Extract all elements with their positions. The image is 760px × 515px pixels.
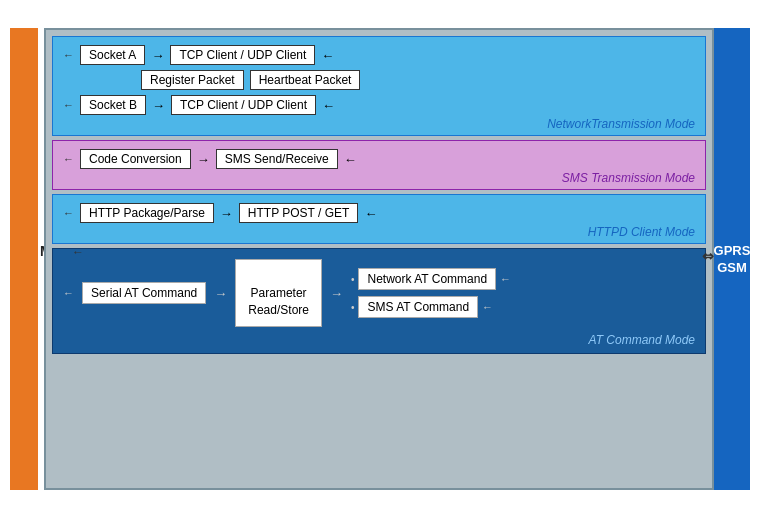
sms-at-box: SMS AT Command xyxy=(358,296,478,318)
dash-left-http: ← xyxy=(63,207,74,219)
arrow11: ← xyxy=(500,273,511,285)
network-section: ← Socket A → TCP Client / UDP Client ← R… xyxy=(52,36,706,136)
network-at-box: Network AT Command xyxy=(358,268,496,290)
dot-sms: • xyxy=(351,302,355,313)
arrow10: → xyxy=(330,286,343,301)
at-mode-label: AT Command Mode xyxy=(63,333,695,347)
right-blue-bar: GPRS GSM xyxy=(714,28,750,490)
heartbeat-packet-box: Heartbeat Packet xyxy=(250,70,361,90)
left-orange-bar xyxy=(10,28,38,490)
dash-left-sms: ← xyxy=(63,153,74,165)
tcp-udp-b-box: TCP Client / UDP Client xyxy=(171,95,316,115)
socket-b-box: Socket B xyxy=(80,95,146,115)
gprs-arrow: ⇔ xyxy=(702,248,714,264)
http-post-get-box: HTTP POST / GET xyxy=(239,203,359,223)
arrow5: → xyxy=(197,152,210,167)
at-section: ← Serial AT Command → Parameter Read/Sto… xyxy=(52,248,706,354)
arrow12: ← xyxy=(482,301,493,313)
arrow6: ← xyxy=(344,152,357,167)
arrow8: ← xyxy=(364,206,377,221)
dash-left-net2: ← xyxy=(63,99,74,111)
sms-send-receive-box: SMS Send/Receive xyxy=(216,149,338,169)
param-read-store-box: Parameter Read/Store xyxy=(235,259,322,327)
outer-frame: ← Socket A → TCP Client / UDP Client ← R… xyxy=(44,28,714,490)
code-conversion-box: Code Conversion xyxy=(80,149,191,169)
arrow4: ← xyxy=(322,98,335,113)
http-parse-box: HTTP Package/Parse xyxy=(80,203,214,223)
arrow1: → xyxy=(151,48,164,63)
register-packet-box: Register Packet xyxy=(141,70,244,90)
arrow9: → xyxy=(214,286,227,301)
dot-net: • xyxy=(351,274,355,285)
sms-mode-label: SMS Transmission Mode xyxy=(63,171,695,185)
http-mode-label: HTTPD Client Mode xyxy=(63,225,695,239)
arrow2: ← xyxy=(321,48,334,63)
http-section: ← HTTP Package/Parse → HTTP POST / GET ←… xyxy=(52,194,706,244)
tcp-udp-a-box: TCP Client / UDP Client xyxy=(170,45,315,65)
dash-left-net: ← xyxy=(63,49,74,61)
gprs-label: GPRS xyxy=(714,243,751,258)
sms-section: ← Code Conversion → SMS Send/Receive ← S… xyxy=(52,140,706,190)
left-entry-arrow: ← xyxy=(72,245,84,259)
arrow3: → xyxy=(152,98,165,113)
socket-a-box: Socket A xyxy=(80,45,145,65)
gsm-label: GSM xyxy=(717,260,747,275)
serial-at-box: Serial AT Command xyxy=(82,282,206,304)
network-mode-label: NetworkTransmission Mode xyxy=(63,117,695,131)
dash-left-at: ← xyxy=(63,287,74,299)
arrow7: → xyxy=(220,206,233,221)
